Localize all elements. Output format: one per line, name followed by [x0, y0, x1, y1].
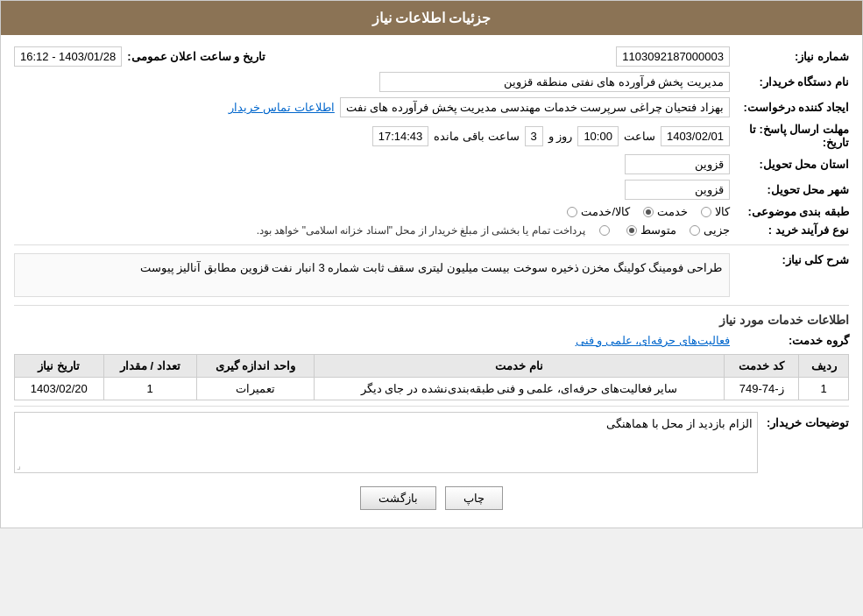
page-wrapper: جزئیات اطلاعات نیاز شماره نیاز: 11030921…: [0, 0, 863, 528]
col-header-row: ردیف: [799, 355, 849, 378]
reply-remaining-value: 17:14:43: [372, 126, 429, 146]
province-value: قزوین: [625, 154, 730, 174]
col-header-date: تاریخ نیاز: [15, 355, 104, 378]
services-section-title: اطلاعات خدمات مورد نیاز: [14, 313, 849, 327]
kala-khedmat-radio[interactable]: [567, 207, 577, 217]
buyer-notes-label: توضیحات خریدار:: [767, 412, 849, 429]
service-group-row: گروه خدمت: فعالیت‌های حرفه‌ای، علمی و فن…: [14, 331, 849, 350]
button-row: چاپ بازگشت: [14, 486, 849, 510]
kala-khedmat-label: کالا/خدمت: [581, 205, 630, 218]
buyer-org-label: نام دستگاه خریدار:: [735, 75, 849, 89]
need-number-row: شماره نیاز: 1103092187000003 تاریخ و ساع…: [14, 44, 849, 69]
cell-row: 1: [799, 378, 849, 400]
reply-days-value: 3: [525, 126, 543, 146]
process-option-kamel[interactable]: [599, 225, 613, 236]
reply-remaining-label: ساعت باقی مانده: [434, 130, 519, 143]
need-number-value: 1103092187000003: [616, 46, 730, 67]
category-label: طبقه بندی موضوعی:: [735, 205, 849, 218]
category-option-khedmat[interactable]: خدمت: [643, 205, 688, 218]
cell-code: ز-74-749: [725, 378, 799, 400]
reply-deadline-label: مهلت ارسال پاسخ: تا تاریخ:: [735, 123, 849, 149]
category-radio-group: کالا خدمت کالا/خدمت: [567, 205, 730, 218]
reply-date-value: 1403/02/01: [661, 126, 730, 146]
cell-date: 1403/02/20: [15, 378, 104, 400]
kamel-radio[interactable]: [599, 225, 610, 236]
need-description-label: شرح کلی نیاز:: [735, 253, 849, 266]
print-button[interactable]: چاپ: [445, 486, 503, 510]
motevaset-radio[interactable]: [626, 225, 637, 236]
page-title: جزئیات اطلاعات نیاز: [372, 11, 492, 25]
process-label: نوع فرآیند خرید :: [735, 223, 849, 237]
process-radio-group: جزیی متوسط: [599, 223, 730, 237]
category-option-kala[interactable]: کالا: [701, 205, 730, 218]
resize-handle: ⌟: [17, 461, 21, 471]
process-note: پرداخت تمام یا بخشی از مبلغ خریدار از مح…: [257, 224, 585, 237]
back-button[interactable]: بازگشت: [360, 486, 436, 510]
buyer-notes-box: الزام بازدید از محل با هماهنگی ⌟: [14, 412, 758, 473]
khedmat-radio[interactable]: [643, 207, 654, 217]
col-header-unit: واحد اندازه گیری: [196, 355, 314, 378]
col-header-name: نام خدمت: [314, 355, 724, 378]
buyer-org-value: مدیریت پخش فرآورده های نفتی منطقه قزوین: [379, 72, 730, 92]
creator-value: بهزاد فتحیان چراغی سرپرست خدمات مهندسی م…: [340, 97, 730, 117]
creator-label: ایجاد کننده درخواست:: [735, 101, 849, 114]
reply-time-label: ساعت: [624, 130, 655, 143]
province-row: استان محل تحویل: قزوین: [14, 152, 849, 177]
need-description-row: شرح کلی نیاز: طراحی فومینگ کولینگ مخزن ذ…: [14, 251, 849, 300]
service-group-value[interactable]: فعالیت‌های حرفه‌ای، علمی و فنی: [576, 334, 730, 347]
announcement-value: 1403/01/28 - 16:12: [14, 46, 122, 67]
category-option-kala-khedmat[interactable]: کالا/خدمت: [567, 205, 630, 218]
creator-row: ایجاد کننده درخواست: بهزاد فتحیان چراغی …: [14, 95, 849, 120]
services-table: ردیف کد خدمت نام خدمت واحد اندازه گیری ت…: [14, 354, 849, 400]
col-header-qty: تعداد / مقدار: [103, 355, 196, 378]
process-option-jozi[interactable]: جزیی: [690, 223, 730, 237]
table-row: 1ز-74-749سایر فعالیت‌های حرفه‌ای، علمی و…: [15, 378, 849, 400]
buyer-notes-section: توضیحات خریدار: الزام بازدید از محل با ه…: [14, 412, 849, 473]
col-header-code: کد خدمت: [725, 355, 799, 378]
service-group-label: گروه خدمت:: [735, 334, 849, 347]
buyer-org-row: نام دستگاه خریدار: مدیریت پخش فرآورده ها…: [14, 69, 849, 95]
buyer-notes-value: الزام بازدید از محل با هماهنگی: [606, 417, 753, 430]
announcement-label: تاریخ و ساعت اعلان عمومی:: [127, 50, 265, 63]
city-label: شهر محل تحویل:: [735, 183, 849, 196]
cell-name: سایر فعالیت‌های حرفه‌ای، علمی و فنی طبقه…: [314, 378, 724, 400]
page-header: جزئیات اطلاعات نیاز: [1, 1, 862, 35]
cell-unit: تعمیرات: [196, 378, 314, 400]
cell-quantity: 1: [103, 378, 196, 400]
city-row: شهر محل تحویل: قزوین: [14, 177, 849, 202]
khedmat-label: خدمت: [657, 205, 688, 218]
main-content: شماره نیاز: 1103092187000003 تاریخ و ساع…: [1, 35, 862, 527]
divider-1: [14, 244, 849, 245]
city-value: قزوین: [625, 180, 730, 200]
need-description-value: طراحی فومینگ کولینگ مخزن ذخیره سوخت بیست…: [14, 253, 730, 297]
divider-3: [14, 406, 849, 407]
need-number-label: شماره نیاز:: [735, 50, 849, 63]
province-label: استان محل تحویل:: [735, 158, 849, 171]
motevaset-label: متوسط: [640, 223, 676, 237]
process-row: نوع فرآیند خرید : جزیی متوسط پرداخت تمام…: [14, 221, 849, 239]
table-header-row: ردیف کد خدمت نام خدمت واحد اندازه گیری ت…: [15, 355, 849, 378]
jozi-label: جزیی: [704, 223, 730, 237]
creator-contact-link[interactable]: اطلاعات تماس خریدار: [229, 101, 335, 114]
divider-2: [14, 305, 849, 306]
reply-day-label: روز و: [548, 130, 573, 143]
kala-radio[interactable]: [701, 207, 711, 217]
category-row: طبقه بندی موضوعی: کالا خدمت کالا/خدمت: [14, 202, 849, 221]
reply-deadline-row: مهلت ارسال پاسخ: تا تاریخ: 1403/02/01 سا…: [14, 120, 849, 152]
reply-time-value: 10:00: [577, 126, 619, 146]
kala-label: کالا: [715, 205, 730, 218]
process-option-motevaset[interactable]: متوسط: [626, 223, 676, 237]
jozi-radio[interactable]: [690, 225, 700, 236]
